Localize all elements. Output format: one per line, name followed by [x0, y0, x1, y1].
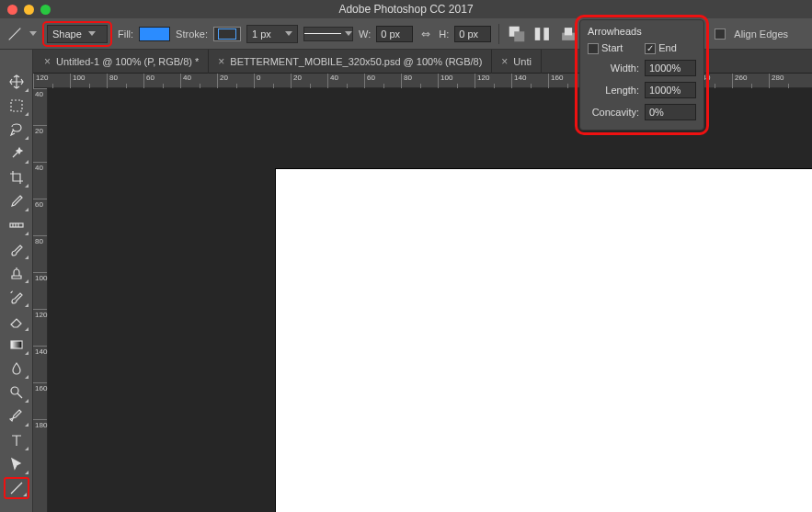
- tool-eyedropper[interactable]: [4, 190, 29, 212]
- tab-label: Unti: [513, 56, 532, 67]
- separator: [498, 24, 499, 44]
- tool-path-select[interactable]: [4, 453, 29, 475]
- tool-magic-wand[interactable]: [4, 142, 29, 165]
- tool-preset-icon[interactable]: [6, 23, 24, 45]
- svg-rect-8: [11, 100, 22, 111]
- tool-crop[interactable]: [4, 166, 29, 188]
- align-edges-checkbox[interactable]: [715, 28, 726, 40]
- ruler-tick: 60: [33, 199, 47, 235]
- stroke-style-dropdown[interactable]: [303, 27, 353, 41]
- height-field[interactable]: [454, 26, 491, 42]
- ruler-tick: 20: [217, 74, 254, 88]
- ruler-tick: 40: [327, 74, 364, 88]
- align-icon[interactable]: [532, 25, 553, 43]
- path-operations-icon[interactable]: [507, 25, 527, 43]
- svg-rect-2: [514, 31, 524, 41]
- ruler-tick: 80: [107, 74, 143, 88]
- svg-line-0: [9, 28, 21, 40]
- tool-eraser[interactable]: [4, 310, 29, 332]
- ruler-tick: 40: [33, 162, 47, 199]
- close-icon[interactable]: ×: [501, 55, 508, 68]
- chevron-down-icon: [345, 31, 352, 36]
- link-wh-icon[interactable]: ⇔: [418, 28, 433, 40]
- tool-preset-caret[interactable]: [29, 31, 37, 36]
- tool-gradient[interactable]: [4, 334, 29, 356]
- tool-move[interactable]: [4, 71, 29, 93]
- ruler-vertical[interactable]: 4020406080100120140160180: [33, 88, 48, 512]
- arrow-length-field[interactable]: [645, 82, 696, 98]
- ruler-tick: 80: [33, 235, 47, 272]
- ruler-tick: 20: [291, 74, 327, 88]
- close-icon[interactable]: ×: [218, 55, 224, 68]
- tool-type[interactable]: [4, 429, 29, 451]
- popover-title: Arrowheads: [588, 26, 696, 37]
- mode-label: Shape: [52, 28, 82, 40]
- align-edges-label: Align Edges: [734, 28, 788, 40]
- tool-clone-stamp[interactable]: [4, 262, 29, 284]
- ruler-tick: 60: [143, 74, 180, 88]
- width-rowlabel: Width:: [588, 63, 639, 74]
- ruler-tick: 120: [475, 74, 511, 88]
- ruler-tick: 40: [33, 88, 47, 125]
- minimize-window[interactable]: [24, 5, 34, 15]
- tool-marquee[interactable]: [4, 95, 29, 117]
- width-field[interactable]: [376, 26, 413, 42]
- arrowheads-popover: Arrowheads Start End Width: Length: Conc…: [579, 19, 704, 131]
- tab-betterment[interactable]: ×BETTERMENT_MOBILE_320x50.psd @ 100% (RG…: [209, 50, 492, 74]
- tab-label: Untitled-1 @ 100% (P, RGB/8) *: [56, 56, 199, 67]
- svg-rect-10: [11, 341, 22, 348]
- svg-rect-3: [535, 28, 541, 40]
- arrow-concavity-field[interactable]: [645, 104, 696, 120]
- svg-rect-4: [544, 28, 550, 40]
- svg-rect-9: [10, 223, 23, 227]
- svg-rect-6: [565, 28, 572, 35]
- tool-line[interactable]: [4, 477, 29, 499]
- chevron-down-icon: [88, 31, 96, 36]
- tool-dodge[interactable]: [4, 381, 29, 404]
- fill-swatch[interactable]: [139, 27, 170, 41]
- ruler-tick: 20: [33, 125, 47, 162]
- ruler-tick: 100: [70, 74, 107, 88]
- ruler-tick: 140: [511, 74, 548, 88]
- end-label: End: [658, 42, 677, 53]
- start-label: Start: [601, 42, 623, 53]
- ruler-tick: 80: [401, 74, 438, 88]
- tool-pen[interactable]: [4, 405, 29, 427]
- tab-partial[interactable]: ×Unti: [492, 50, 542, 74]
- end-checkbox[interactable]: [645, 43, 656, 54]
- svg-point-11: [11, 387, 18, 394]
- highlight-arrowheads-panel: Arrowheads Start End Width: Length: Conc…: [575, 15, 709, 135]
- zoom-window[interactable]: [40, 5, 51, 15]
- h-label: H:: [439, 28, 449, 40]
- tool-lasso[interactable]: [4, 119, 29, 141]
- tab-untitled-1[interactable]: ×Untitled-1 @ 100% (P, RGB/8) *: [35, 50, 209, 74]
- tools-panel: [0, 50, 33, 512]
- tool-brush[interactable]: [4, 238, 29, 260]
- close-icon[interactable]: ×: [44, 55, 51, 68]
- highlight-shape-dropdown: Shape: [42, 21, 112, 47]
- tool-ruler-tool[interactable]: [4, 214, 29, 236]
- ruler-tick: 100: [33, 272, 47, 309]
- length-rowlabel: Length:: [588, 85, 639, 96]
- ruler-tick: 180: [33, 419, 47, 456]
- ruler-tick: 120: [33, 74, 70, 88]
- window-controls: [7, 5, 51, 15]
- ruler-tick: 0: [254, 74, 291, 88]
- ruler-tick: 120: [33, 309, 47, 346]
- ruler-tick: 260: [732, 74, 769, 88]
- tool-blur[interactable]: [4, 358, 29, 380]
- canvas[interactable]: [276, 169, 812, 512]
- w-label: W:: [359, 28, 371, 40]
- stroke-width-dropdown[interactable]: 1 px: [246, 25, 298, 43]
- stroke-width-value: 1 px: [252, 28, 271, 40]
- start-checkbox[interactable]: [588, 43, 599, 54]
- ruler-tick: 160: [33, 382, 47, 419]
- stroke-swatch[interactable]: [213, 27, 241, 41]
- mode-dropdown[interactable]: Shape: [47, 25, 108, 43]
- close-window[interactable]: [7, 5, 17, 15]
- arrow-width-field[interactable]: [645, 60, 696, 76]
- workspace: [48, 88, 812, 512]
- concavity-rowlabel: Concavity:: [588, 107, 639, 118]
- tab-label: BETTERMENT_MOBILE_320x50.psd @ 100% (RGB…: [230, 56, 482, 67]
- tool-history-brush[interactable]: [4, 286, 29, 308]
